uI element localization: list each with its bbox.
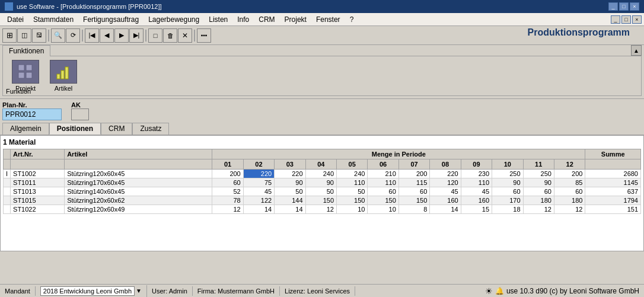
menu-item-listen[interactable]: Listen [204,14,232,25]
cell-c07[interactable]: 150 [398,196,429,205]
cell-c12[interactable]: 60 [554,187,585,196]
toolbar-btn-last[interactable]: ▶| [129,28,144,43]
menu-item-projekt[interactable]: Projekt [280,14,311,25]
cell-c09[interactable]: 230 [461,170,492,178]
tab-crm[interactable]: CRM [101,123,132,135]
funktion-projekt-button[interactable]: Projekt [8,60,43,92]
tab-positionen[interactable]: Positionen [49,123,101,135]
cell-c04[interactable]: 90 [305,178,336,187]
toolbar-btn-new[interactable]: □ [148,28,162,43]
cell-c08[interactable]: 14 [430,205,461,214]
cell-c12[interactable]: 85 [554,178,585,187]
cell-c06[interactable]: 150 [368,196,398,205]
cell-c05[interactable]: 10 [337,205,368,214]
cell-c05[interactable]: 50 [337,187,368,196]
cell-indicator[interactable] [4,178,11,187]
cell-c01[interactable]: 200 [212,170,243,178]
cell-c07[interactable]: 60 [398,187,429,196]
cell-c06[interactable]: 210 [368,170,398,178]
cell-summe[interactable]: 2680 [585,170,641,178]
tab-allgemein[interactable]: Allgemein [2,123,49,135]
cell-c11[interactable]: 90 [523,178,554,187]
cell-c03[interactable]: 220 [275,170,305,178]
cell-c10[interactable]: 18 [492,205,523,214]
menu-item-stammdaten[interactable]: Stammdaten [28,14,78,25]
cell-c12[interactable]: 200 [554,170,585,178]
window-controls[interactable]: _ □ × [608,2,639,11]
menu-item-datei[interactable]: Datei [2,14,28,25]
table-row[interactable]: ST1022Stützring120x60x491214141210108141… [4,205,641,214]
cell-c08[interactable]: 220 [430,170,461,178]
cell-c08[interactable]: 120 [430,178,461,187]
cell-artikel[interactable]: Stützring120x60x62 [65,196,212,205]
cell-c12[interactable]: 12 [554,205,585,214]
menu-item-fertigungsauftrag[interactable]: Fertigungsauftrag [78,14,144,25]
toolbar-btn-1[interactable]: ⊞ [2,28,17,43]
cell-c07[interactable]: 200 [398,170,429,178]
menu-item-lagerbewegung[interactable]: Lagerbewegung [144,14,204,25]
cell-summe[interactable]: 1145 [585,178,641,187]
toolbar-btn-search2[interactable]: ⟳ [66,28,80,43]
cell-c12[interactable]: 180 [554,196,585,205]
funktionen-tab[interactable]: Funktionen [2,45,50,56]
cell-c09[interactable]: 45 [461,187,492,196]
cell-c10[interactable]: 250 [492,170,523,178]
cell-c05[interactable]: 240 [337,170,368,178]
toolbar-btn-next[interactable]: ▶ [114,28,129,43]
cell-c07[interactable]: 8 [398,205,429,214]
table-row[interactable]: IST1002Stützring120x60x45200220220240240… [4,170,641,178]
menu-item-crm[interactable]: CRM [254,14,279,25]
cell-c10[interactable]: 170 [492,196,523,205]
cell-c10[interactable]: 60 [492,187,523,196]
cell-artNr[interactable]: ST1013 [11,187,65,196]
toolbar-btn-more[interactable]: ▪▪▪ [197,28,211,43]
cell-artNr[interactable]: ST1015 [11,196,65,205]
cell-c11[interactable]: 12 [523,205,554,214]
cell-c11[interactable]: 250 [523,170,554,178]
cell-c01[interactable]: 52 [212,187,243,196]
cell-summe[interactable]: 151 [585,205,641,214]
cell-summe[interactable]: 637 [585,187,641,196]
toolbar-btn-delete[interactable]: 🗑 [163,28,177,43]
table-row[interactable]: ST1015Stützring120x60x627812214415015015… [4,196,641,205]
toolbar-btn-3[interactable]: 🖫 [32,28,46,43]
cell-summe[interactable]: 1794 [585,196,641,205]
cell-artNr[interactable]: ST1022 [11,205,65,214]
table-row[interactable]: ST1013Stützring140x60x455245505050606045… [4,187,641,196]
cell-c05[interactable]: 150 [337,196,368,205]
cell-c03[interactable]: 144 [275,196,305,205]
cell-artikel[interactable]: Stützring120x60x49 [65,205,212,214]
sub-restore-btn[interactable]: □ [621,15,631,24]
cell-c04[interactable]: 150 [305,196,336,205]
cell-c04[interactable]: 50 [305,187,336,196]
cell-c09[interactable]: 160 [461,196,492,205]
cell-c03[interactable]: 90 [275,178,305,187]
cell-c11[interactable]: 180 [523,196,554,205]
cell-c04[interactable]: 240 [305,170,336,178]
cell-c08[interactable]: 160 [430,196,461,205]
cell-artNr[interactable]: ST1002 [11,170,65,178]
cell-c06[interactable]: 10 [368,205,398,214]
cell-indicator[interactable] [4,187,11,196]
sub-close-btn[interactable]: × [632,15,642,24]
cell-c08[interactable]: 45 [430,187,461,196]
menu-item-help[interactable]: ? [345,14,359,25]
status-mandant-value[interactable]: 2018 Entwicklung Leoni Gmbh ▼ [36,285,147,297]
sub-minimize-btn[interactable]: _ [611,15,620,24]
cell-artikel[interactable]: Stützring170x60x45 [65,178,212,187]
cell-c03[interactable]: 14 [275,205,305,214]
close-button[interactable]: × [630,2,639,11]
cell-c04[interactable]: 12 [305,205,336,214]
cell-c06[interactable]: 110 [368,178,398,187]
cell-c09[interactable]: 110 [461,178,492,187]
cell-c01[interactable]: 12 [212,205,243,214]
cell-c09[interactable]: 15 [461,205,492,214]
table-row[interactable]: ST1011Stützring170x60x456075909011011011… [4,178,641,187]
cell-indicator[interactable] [4,205,11,214]
cell-artikel[interactable]: Stützring140x60x45 [65,187,212,196]
cell-c02[interactable]: 75 [243,178,274,187]
cell-artikel[interactable]: Stützring120x60x45 [65,170,212,178]
collapse-button[interactable]: ▲ [631,45,642,56]
toolbar-btn-prev[interactable]: ◀ [100,28,114,43]
toolbar-btn-search1[interactable]: 🔍 [51,28,65,43]
